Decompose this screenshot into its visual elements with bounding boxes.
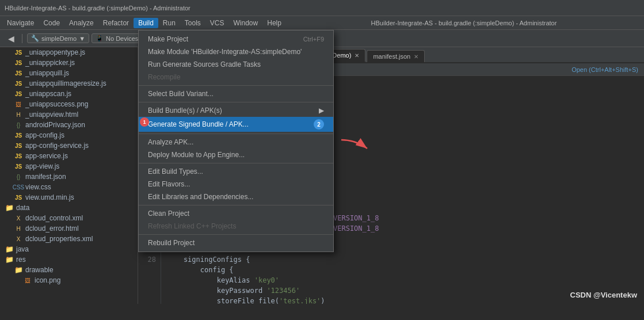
sidebar-item-label: view.umd.min.js (25, 193, 74, 201)
sidebar-item-label: _uniappscan.js (25, 90, 71, 98)
menu-build[interactable]: Build (134, 18, 158, 28)
sidebar-item-view-umd[interactable]: JS view.umd.min.js (0, 192, 138, 203)
sidebar-item-picker[interactable]: JS _uniapppicker.js (0, 58, 138, 68)
menu-rebuild-project[interactable]: Rebuild Project (139, 237, 333, 249)
menu-window[interactable]: Window (229, 18, 263, 28)
sidebar-item-label: java (16, 245, 29, 253)
sidebar-item-privacy[interactable]: {} androidPrivacy.json (0, 120, 138, 130)
menu-tools[interactable]: Tools (180, 18, 205, 28)
menu-vcs[interactable]: VCS (205, 18, 229, 28)
js-file-icon: JS (14, 141, 23, 150)
xml-file-icon: X (14, 214, 23, 223)
sidebar-item-app-service[interactable]: JS app-service.js (0, 151, 138, 161)
sidebar-item-quill[interactable]: JS _uniappquill.js (0, 68, 138, 78)
menu-analyze[interactable]: Analyze (64, 18, 98, 28)
config-label: simpleDemo (41, 35, 77, 42)
sidebar-item-label: data (16, 204, 29, 212)
back-btn[interactable]: ◀ (5, 32, 17, 45)
menu-analyze-apk[interactable]: Analyze APK... (139, 136, 333, 148)
sidebar-item-success[interactable]: 🖼 _uniappsuccess.png (0, 99, 138, 109)
sidebar-folder-drawable[interactable]: 📁 drawable (0, 265, 138, 275)
tab-close-btn[interactable]: ✕ (414, 54, 418, 60)
js-file-icon: JS (14, 48, 23, 57)
sidebar-item-opentype[interactable]: JS _uniappopentype.js (0, 47, 138, 58)
build-dropdown-menu: Make Project Ctrl+F9 Make Module 'HBuild… (138, 30, 334, 252)
menu-build-bundle[interactable]: Build Bundle(s) / APK(s) ▶ (139, 104, 333, 117)
tab-close-btn[interactable]: ✕ (355, 52, 359, 59)
menu-edit-libraries[interactable]: Edit Libraries and Dependencies... (139, 191, 333, 203)
sidebar-folder-data[interactable]: 📁 data (0, 203, 138, 213)
js-file-icon: JS (14, 89, 23, 98)
menu-item-label: Run Generate Sources Gradle Tasks (148, 60, 261, 68)
sidebar-item-label: app-config-service.js (25, 142, 89, 150)
png-file-icon: 🖼 (23, 276, 32, 285)
menu-item-label: Edit Libraries and Dependencies... (148, 193, 253, 201)
js-file-icon: JS (14, 131, 23, 140)
js-file-icon: JS (14, 162, 23, 171)
title-text: HBuilder-Integrate-AS - build.gradle (:s… (5, 5, 190, 12)
sidebar-item-label: app-config.js (25, 131, 64, 139)
menu-refresh-cpp: Refresh Linked C++ Projects (139, 220, 333, 233)
folder-icon: 📁 (5, 255, 14, 264)
js-file-icon: JS (14, 79, 23, 88)
sidebar-item-icon-png[interactable]: 🖼 icon.png (0, 275, 138, 285)
sidebar-item-dcloud-control[interactable]: X dcloud_control.xml (0, 213, 138, 223)
menu-sep-6 (139, 234, 333, 235)
html-file-icon: H (14, 110, 23, 119)
sidebar-item-manifest[interactable]: {} manifest.json (0, 172, 138, 182)
sidebar-item-label: _uniappview.html (25, 111, 78, 119)
sidebar-item-dcloud-error[interactable]: H dcloud_error.html (0, 223, 138, 234)
sidebar-item-quillimageresize[interactable]: JS _uniappquillimageresize.js (0, 78, 138, 89)
sidebar-item-app-config-service[interactable]: JS app-config-service.js (0, 140, 138, 151)
menu-deploy-module[interactable]: Deploy Module to App Engine... (139, 148, 333, 161)
js-file-icon: JS (14, 193, 23, 202)
sidebar-item-label: dcloud_control.xml (25, 214, 83, 222)
menu-select-build-variant[interactable]: Select Build Variant... (139, 87, 333, 100)
sidebar-item-label: icon.png (35, 276, 60, 284)
menu-refactor[interactable]: Refactor (98, 18, 134, 28)
config-dropdown[interactable]: 🔧 simpleDemo ▼ (27, 33, 89, 43)
tab-manifest-json[interactable]: manifest.json ✕ (367, 50, 425, 62)
menu-navigate[interactable]: Navigate (2, 18, 39, 28)
menu-make-module[interactable]: Make Module 'HBuilder-Integrate-AS:simpl… (139, 45, 333, 58)
menu-item-label: Build Bundle(s) / APK(s) (148, 106, 222, 115)
js-file-icon: JS (14, 68, 23, 78)
sidebar-item-app-view[interactable]: JS app-view.js (0, 161, 138, 172)
config-icon: 🔧 (31, 35, 39, 42)
sidebar-item-dcloud-props[interactable]: X dcloud_properties.xml (0, 234, 138, 244)
info-right[interactable]: Open (Ctrl+Alt+Shift+S) (571, 66, 638, 73)
sidebar-folder-res[interactable]: 📁 res (0, 254, 138, 265)
menu-sep-1 (139, 85, 333, 86)
menu-item-label: Make Project (148, 35, 188, 43)
folder-icon: 📁 (14, 265, 23, 275)
menu-item-label: Select Build Variant... (148, 90, 214, 98)
sidebar-item-label: androidPrivacy.json (25, 121, 85, 129)
ln: 28 (138, 254, 156, 265)
html-file-icon: H (14, 224, 23, 233)
menu-clean-project[interactable]: Clean Project (139, 207, 333, 220)
watermark: CSDN @Vicentekw (570, 291, 637, 299)
device-label: No Devices (106, 35, 138, 42)
sidebar-item-view-html[interactable]: H _uniappview.html (0, 109, 138, 120)
menu-item-label: Analyze APK... (148, 138, 193, 146)
menu-help[interactable]: Help (262, 18, 286, 28)
sidebar-item-app-config[interactable]: JS app-config.js (0, 130, 138, 140)
menu-make-project[interactable]: Make Project Ctrl+F9 (139, 33, 333, 45)
sidebar-item-view-css[interactable]: CSS view.css (0, 182, 138, 192)
menu-run-generate[interactable]: Run Generate Sources Gradle Tasks (139, 58, 333, 71)
menu-edit-build-types[interactable]: Edit Build Types... (139, 165, 333, 178)
menu-item-label: Rebuild Project (148, 239, 195, 247)
menu-edit-flavors[interactable]: Edit Flavors... (139, 178, 333, 191)
title-bar: HBuilder-Integrate-AS - build.gradle (:s… (0, 0, 644, 16)
sidebar-item-scan[interactable]: JS _uniappscan.js (0, 89, 138, 99)
menu-code[interactable]: Code (39, 18, 64, 28)
menu-sep-5 (139, 205, 333, 205)
sidebar-item-label: _uniappquillimageresize.js (25, 79, 106, 87)
device-icon: 📱 (96, 35, 104, 42)
sidebar-item-label: manifest.json (25, 173, 66, 181)
menu-run[interactable]: Run (158, 18, 180, 28)
sidebar-item-label: app-view.js (25, 162, 59, 170)
sidebar-folder-java[interactable]: 📁 java (0, 244, 138, 254)
menu-bar: Navigate Code Analyze Refactor Build Run… (0, 16, 644, 30)
menu-generate-signed[interactable]: Generate Signed Bundle / APK... 2 (139, 117, 333, 132)
